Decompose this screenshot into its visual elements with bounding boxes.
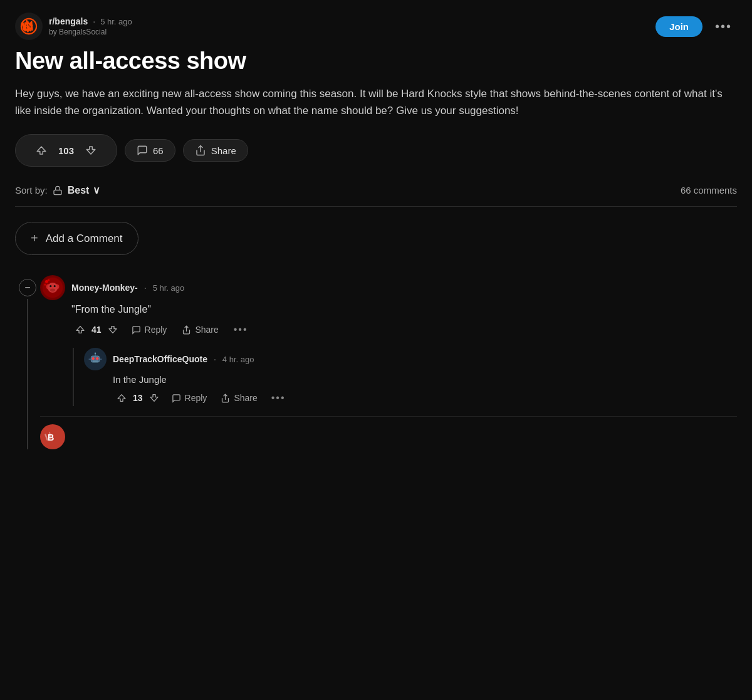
reply-label: Reply xyxy=(145,325,167,335)
comment-share-label: Share xyxy=(195,325,218,335)
subreddit-name-row: r/bengals · 5 hr. ago xyxy=(49,16,132,26)
svg-point-23 xyxy=(96,357,98,360)
comment-button[interactable]: 66 xyxy=(125,139,175,162)
svg-text:B: B xyxy=(24,21,31,31)
post-time: 5 hr. ago xyxy=(100,17,132,26)
thread-line xyxy=(27,299,28,449)
nested-upvote-button[interactable] xyxy=(113,390,130,405)
reply-icon xyxy=(132,325,141,335)
nested-vote-count: 13 xyxy=(132,393,144,403)
svg-point-15 xyxy=(50,289,55,292)
collapse-comment-button[interactable]: − xyxy=(19,279,36,296)
comment-time: 5 hr. ago xyxy=(153,283,185,293)
nested-downvote-button[interactable] xyxy=(145,390,163,405)
action-bar: 103 66 Share xyxy=(15,134,737,167)
sort-left: Sort by: Best ∨ xyxy=(15,184,100,196)
svg-rect-25 xyxy=(95,354,96,356)
comment-more-button[interactable]: ••• xyxy=(229,321,253,338)
add-comment-button[interactable]: + Add a Comment xyxy=(15,222,138,255)
comments-section: − xyxy=(15,275,737,467)
svg-point-14 xyxy=(54,285,56,287)
comments-count: 66 comments xyxy=(681,185,737,196)
subreddit-meta: r/bengals · 5 hr. ago by BengalsSocial xyxy=(49,16,132,36)
nested-more-button[interactable]: ••• xyxy=(266,390,291,406)
comment-upvote-button[interactable] xyxy=(71,322,89,337)
sort-value: Best xyxy=(68,185,90,196)
header-right: Join ••• xyxy=(655,16,737,37)
downvote-icon xyxy=(85,145,97,156)
partial-avatar: B xyxy=(40,424,65,449)
sort-best-button[interactable]: Best ∨ xyxy=(68,184,101,196)
nested-reply-icon xyxy=(172,394,181,403)
svg-point-18 xyxy=(48,279,50,281)
comment-username[interactable]: Money-Monkey- xyxy=(71,283,138,293)
post-title: New all-access show xyxy=(15,48,737,75)
comment-downvote-icon xyxy=(108,325,118,335)
comment-thread: − xyxy=(15,275,737,449)
vote-count: 103 xyxy=(56,145,76,156)
nested-comment-header: DeepTrackOfficeQuote · 4 hr. ago xyxy=(84,348,737,370)
upvote-button[interactable] xyxy=(27,140,56,161)
nested-downvote-icon xyxy=(149,393,159,403)
comment-body: "From the Jungle" xyxy=(40,304,737,315)
share-button[interactable]: Share xyxy=(183,139,248,162)
nested-share-icon xyxy=(221,394,230,403)
chevron-down-icon: ∨ xyxy=(93,184,100,196)
comment-icon xyxy=(137,145,148,156)
post-header-left: ⚙ B r/bengals · 5 hr. ago by BengalsSoci… xyxy=(15,13,132,40)
add-comment-label: Add a Comment xyxy=(46,232,123,245)
post-body: Hey guys, we have an exciting new all-ac… xyxy=(15,85,737,119)
partial-avatar-icon: B xyxy=(43,427,63,447)
more-options-button[interactable]: ••• xyxy=(710,17,737,36)
nested-avatar-icon xyxy=(86,350,105,368)
svg-rect-8 xyxy=(54,190,61,194)
comment-reply-button[interactable]: Reply xyxy=(127,322,172,337)
nested-upvote-icon xyxy=(117,393,127,403)
comment-avatar xyxy=(40,275,65,300)
svg-point-13 xyxy=(50,285,51,287)
nested-comment-body: In the Jungle xyxy=(84,374,737,385)
vote-pill: 103 xyxy=(15,134,117,167)
comment-share-button[interactable]: Share xyxy=(177,322,223,337)
dot-separator: · xyxy=(93,16,95,26)
comment-share-icon xyxy=(182,325,191,335)
upvote-icon xyxy=(36,145,47,156)
subreddit-logo[interactable]: ⚙ B xyxy=(15,13,43,40)
nested-avatar xyxy=(84,348,107,370)
subreddit-name[interactable]: r/bengals xyxy=(49,16,88,26)
separator: · xyxy=(144,283,147,293)
comment-vote-group: 41 xyxy=(71,322,122,337)
sort-label: Sort by: xyxy=(15,185,48,196)
plus-icon: + xyxy=(31,231,38,246)
post-header: ⚙ B r/bengals · 5 hr. ago by BengalsSoci… xyxy=(15,13,737,40)
nested-reply-label: Reply xyxy=(185,393,207,403)
nested-reply-button[interactable]: Reply xyxy=(167,390,212,405)
svg-point-26 xyxy=(95,353,97,355)
svg-point-17 xyxy=(44,284,46,286)
join-button[interactable]: Join xyxy=(655,16,702,37)
posted-by: by BengalsSocial xyxy=(49,28,132,36)
bengals-logo-icon: ⚙ B xyxy=(17,14,41,38)
comment-vote-count: 41 xyxy=(90,325,103,335)
comment-header: Money-Monkey- · 5 hr. ago xyxy=(40,275,737,300)
nested-comment-actions: 13 xyxy=(84,390,737,406)
nested-username[interactable]: DeepTrackOfficeQuote xyxy=(113,354,207,364)
nested-share-button[interactable]: Share xyxy=(216,390,262,405)
comment-downvote-button[interactable] xyxy=(104,322,122,337)
lock-icon xyxy=(53,185,63,196)
share-label: Share xyxy=(211,145,236,156)
nested-comments: DeepTrackOfficeQuote · 4 hr. ago In the … xyxy=(73,348,737,406)
svg-point-22 xyxy=(92,357,95,360)
comment-1: − xyxy=(15,275,737,449)
comment-main: Money-Monkey- · 5 hr. ago "From the Jung… xyxy=(40,275,737,449)
comment-count: 66 xyxy=(153,145,164,156)
thread-line-col: − xyxy=(15,275,40,449)
sort-bar: Sort by: Best ∨ 66 comments xyxy=(15,184,737,207)
avatar-icon xyxy=(43,278,63,298)
share-icon xyxy=(195,145,206,156)
downvote-button[interactable] xyxy=(76,140,105,161)
post-container: ⚙ B r/bengals · 5 hr. ago by BengalsSoci… xyxy=(0,0,752,467)
nested-comment-1: DeepTrackOfficeQuote · 4 hr. ago In the … xyxy=(84,348,737,406)
comment-upvote-icon xyxy=(75,325,85,335)
partial-comment: B xyxy=(40,416,737,449)
